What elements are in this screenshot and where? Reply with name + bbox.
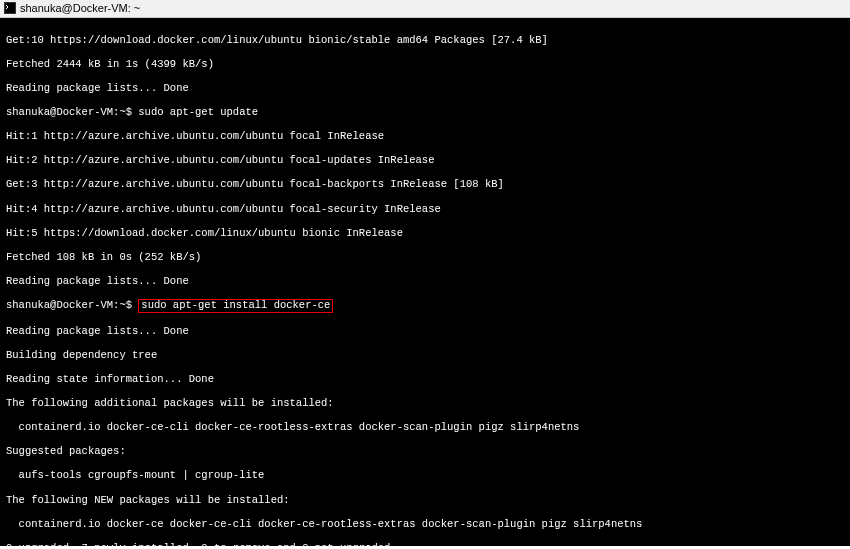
output-line: Reading package lists... Done xyxy=(6,325,844,337)
terminal-output[interactable]: Get:10 https://download.docker.com/linux… xyxy=(0,18,850,546)
output-line: Reading state information... Done xyxy=(6,373,844,385)
prompt-line: shanuka@Docker-VM:~$ sudo apt-get instal… xyxy=(6,299,844,313)
output-line: containerd.io docker-ce-cli docker-ce-ro… xyxy=(6,421,844,433)
output-line: containerd.io docker-ce docker-ce-cli do… xyxy=(6,518,844,530)
window-title-bar: shanuka@Docker-VM: ~ xyxy=(0,0,850,18)
output-line: Get:3 http://azure.archive.ubuntu.com/ub… xyxy=(6,178,844,190)
output-line: Fetched 2444 kB in 1s (4399 kB/s) xyxy=(6,58,844,70)
output-line: Suggested packages: xyxy=(6,445,844,457)
terminal-icon xyxy=(4,2,16,14)
output-line: Reading package lists... Done xyxy=(6,275,844,287)
window-title: shanuka@Docker-VM: ~ xyxy=(20,2,140,15)
output-line: Hit:5 https://download.docker.com/linux/… xyxy=(6,227,844,239)
output-line: Hit:2 http://azure.archive.ubuntu.com/ub… xyxy=(6,154,844,166)
output-line: 0 upgraded, 7 newly installed, 0 to remo… xyxy=(6,542,844,546)
output-line: Hit:1 http://azure.archive.ubuntu.com/ub… xyxy=(6,130,844,142)
output-line: Hit:4 http://azure.archive.ubuntu.com/ub… xyxy=(6,203,844,215)
prompt-text: shanuka@Docker-VM:~$ xyxy=(6,299,138,311)
output-line: aufs-tools cgroupfs-mount | cgroup-lite xyxy=(6,469,844,481)
output-line: Fetched 108 kB in 0s (252 kB/s) xyxy=(6,251,844,263)
output-line: Get:10 https://download.docker.com/linux… xyxy=(6,34,844,46)
output-line: Reading package lists... Done xyxy=(6,82,844,94)
highlighted-command: sudo apt-get install docker-ce xyxy=(138,299,333,313)
output-line: shanuka@Docker-VM:~$ sudo apt-get update xyxy=(6,106,844,118)
output-line: The following additional packages will b… xyxy=(6,397,844,409)
output-line: Building dependency tree xyxy=(6,349,844,361)
output-line: The following NEW packages will be insta… xyxy=(6,494,844,506)
